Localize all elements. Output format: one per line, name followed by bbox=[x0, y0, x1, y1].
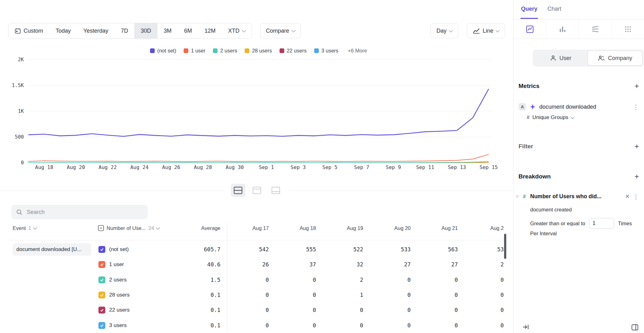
check-icon bbox=[100, 247, 104, 252]
legend-label: 1 user bbox=[191, 48, 205, 54]
breakdown-card-title: Number of Users who did... bbox=[530, 193, 602, 200]
chart-series-line bbox=[28, 154, 489, 161]
legend-label: 2 users bbox=[220, 48, 237, 54]
legend-swatch bbox=[150, 48, 155, 53]
view-toggle-group bbox=[225, 184, 289, 197]
x-axis-tick: Sep 1 bbox=[259, 164, 274, 170]
tab-query[interactable]: Query bbox=[521, 6, 537, 12]
row-value: 0 bbox=[225, 287, 269, 303]
view-table-only-button[interactable] bbox=[269, 184, 283, 197]
range-yesterday[interactable]: Yesterday bbox=[77, 23, 114, 38]
breakdown-more-icon[interactable]: ⋮ bbox=[632, 193, 640, 200]
row-checkbox[interactable] bbox=[98, 276, 105, 283]
date-column-header[interactable]: Aug 17 bbox=[225, 223, 269, 233]
row-value: 26 bbox=[225, 257, 269, 272]
range-7d[interactable]: 7D bbox=[114, 23, 134, 38]
legend-item[interactable]: 22 users bbox=[280, 48, 307, 54]
row-checkbox[interactable] bbox=[98, 261, 105, 268]
table-scrollbar[interactable] bbox=[504, 234, 506, 259]
table-header-row: Event 1 Number of Use... 24 Average Aug … bbox=[0, 223, 513, 233]
chart-type-flow-tab[interactable] bbox=[579, 19, 611, 39]
row-value: 0 bbox=[272, 303, 316, 318]
legend-item[interactable]: 1 user bbox=[184, 48, 205, 54]
legend-more-button[interactable]: +6 More bbox=[348, 48, 367, 54]
breakdown-event-name[interactable]: document created bbox=[530, 207, 572, 213]
hash-icon: # bbox=[527, 115, 530, 120]
row-value: 0 bbox=[225, 272, 269, 287]
range-30d[interactable]: 30D bbox=[134, 23, 157, 38]
metric-item[interactable]: A document downloaded ⋮ bbox=[519, 102, 640, 111]
row-value: 32 bbox=[319, 257, 363, 272]
row-value: 0 bbox=[225, 318, 269, 333]
legend-swatch bbox=[245, 48, 249, 53]
row-checkbox[interactable] bbox=[98, 322, 105, 329]
date-column-header[interactable]: Aug 19 bbox=[319, 223, 363, 233]
legend-item[interactable]: 2 users bbox=[213, 48, 237, 54]
metric-more-icon[interactable]: ⋮ bbox=[632, 103, 640, 111]
table-row: 2 users1.5002000 bbox=[0, 272, 513, 287]
date-column-header[interactable]: Aug 21 bbox=[414, 223, 458, 233]
compare-button[interactable]: Compare bbox=[260, 23, 301, 38]
add-metric-button[interactable]: + bbox=[635, 82, 639, 90]
y-axis-tick: 2K bbox=[18, 57, 24, 63]
range-6m[interactable]: 6M bbox=[178, 23, 198, 38]
collapse-panel-button[interactable] bbox=[522, 324, 529, 332]
x-axis-tick: Aug 24 bbox=[130, 164, 148, 170]
date-column-header[interactable]: Aug 2 bbox=[460, 223, 504, 233]
times-input[interactable] bbox=[589, 218, 614, 229]
group-column-header[interactable]: Number of Use... 24 bbox=[98, 223, 159, 233]
aggregation-selector[interactable]: # Unique Groups bbox=[527, 114, 574, 121]
date-column-header[interactable]: Aug 20 bbox=[367, 223, 411, 233]
row-label: (not set) bbox=[109, 242, 129, 257]
panel-layout-icon bbox=[631, 324, 638, 330]
add-breakdown-button[interactable]: + bbox=[635, 173, 639, 180]
custom-range-button[interactable]: Custom bbox=[8, 23, 49, 38]
range-3m[interactable]: 3M bbox=[158, 23, 178, 38]
row-checkbox[interactable] bbox=[98, 292, 105, 298]
chart-type-grid-tab[interactable] bbox=[611, 19, 644, 39]
interval-button[interactable]: Day bbox=[430, 23, 458, 38]
range-today[interactable]: Today bbox=[49, 23, 77, 38]
view-chart-only-button[interactable] bbox=[250, 184, 264, 197]
chevron-down-icon bbox=[33, 226, 37, 230]
metric-event-name: document downloaded bbox=[539, 104, 628, 110]
row-value: 522 bbox=[319, 242, 363, 257]
drag-handle-icon[interactable]: ≡ bbox=[516, 194, 519, 200]
row-checkbox[interactable] bbox=[98, 307, 105, 314]
active-tab-underline bbox=[520, 18, 538, 19]
event-column-header[interactable]: Event 1 bbox=[13, 223, 36, 233]
entity-user-option[interactable]: User bbox=[534, 51, 588, 66]
row-checkbox[interactable] bbox=[98, 246, 105, 253]
add-filter-button[interactable]: + bbox=[635, 143, 639, 150]
bar-chart-tab-icon bbox=[559, 25, 566, 33]
times-label: Times bbox=[618, 221, 632, 227]
view-split-button[interactable] bbox=[231, 184, 245, 197]
chart-type-button[interactable]: Line bbox=[467, 23, 505, 38]
entity-company-option[interactable]: Company bbox=[588, 51, 642, 66]
table-row: 3 users0.1000000 bbox=[0, 318, 513, 333]
legend-item[interactable]: 3 users bbox=[314, 48, 338, 54]
split-view-icon bbox=[234, 187, 242, 194]
row-value: 0 bbox=[460, 272, 504, 287]
legend-item[interactable]: 28 users bbox=[245, 48, 272, 54]
legend-item[interactable]: (not set) bbox=[150, 48, 176, 54]
close-icon[interactable]: × bbox=[625, 192, 630, 201]
average-column-header: Average bbox=[176, 223, 220, 233]
range-12m[interactable]: 12M bbox=[198, 23, 222, 38]
search-input[interactable] bbox=[26, 209, 143, 216]
legend-swatch bbox=[280, 48, 284, 53]
check-icon bbox=[100, 293, 104, 297]
x-axis-tick: Sep 7 bbox=[354, 164, 369, 170]
row-label: 1 user bbox=[109, 257, 124, 272]
condition-label[interactable]: Greater than or equal to bbox=[530, 221, 585, 227]
range-xtd[interactable]: XTD bbox=[222, 23, 252, 38]
row-value: 27 bbox=[414, 257, 458, 272]
date-column-header[interactable]: Aug 18 bbox=[272, 223, 316, 233]
entity-company-label: Company bbox=[608, 55, 632, 62]
chart-type-line-tab[interactable] bbox=[514, 19, 546, 39]
chart-type-bar-tab[interactable] bbox=[546, 19, 579, 39]
side-panel-button[interactable] bbox=[631, 324, 638, 332]
collapse-all-icon[interactable] bbox=[98, 225, 104, 231]
row-average: 605.7 bbox=[176, 242, 220, 257]
tab-chart[interactable]: Chart bbox=[547, 6, 561, 12]
